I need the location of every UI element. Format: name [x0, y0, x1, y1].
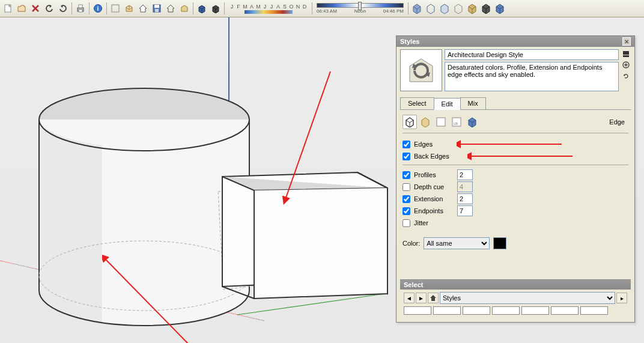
select-pane: Select ◄ ► Styles ▸ — [400, 279, 631, 318]
tab-strip: Select Edit Mix — [400, 97, 631, 110]
panel-title-text: Styles — [400, 38, 419, 45]
cube-view1-icon[interactable] — [410, 2, 424, 15]
select-pane-title: Select — [400, 280, 631, 290]
face-settings-icon[interactable] — [418, 115, 433, 129]
color-swatch[interactable] — [493, 237, 506, 249]
annotation-arrow-edges — [457, 140, 565, 148]
extension-checkbox[interactable] — [402, 195, 410, 203]
back-edges-checkbox[interactable] — [402, 153, 410, 160]
modeling-settings-icon[interactable] — [465, 115, 479, 129]
tab-select[interactable]: Select — [400, 97, 434, 109]
edge-settings-icon[interactable] — [402, 115, 417, 129]
svg-text:i: i — [97, 5, 99, 12]
endpoints-value[interactable] — [457, 205, 473, 216]
cube-view6-icon[interactable] — [479, 2, 493, 15]
thumb-slot[interactable] — [463, 306, 490, 315]
svg-rect-6 — [112, 5, 119, 12]
depthcue-checkbox[interactable] — [402, 183, 410, 191]
profiles-checkbox[interactable] — [402, 171, 410, 179]
background-settings-icon[interactable] — [434, 115, 448, 129]
thumb-slot[interactable] — [404, 306, 431, 315]
display-secondary-icon[interactable] — [621, 49, 631, 59]
style-description[interactable]: Desaturated colors. Profile, Extension a… — [445, 62, 619, 91]
print-icon[interactable] — [74, 2, 87, 15]
section-label: Edge — [609, 118, 628, 126]
edit-tab-content: ok Edge Edges Back Edges — [400, 110, 631, 252]
time-selector[interactable]: 06:43 AMNoon04:46 PM — [314, 3, 406, 14]
box2-icon[interactable] — [178, 2, 191, 15]
svg-rect-23 — [437, 118, 445, 126]
svg-text:ok: ok — [454, 121, 458, 126]
cube-view7-icon[interactable] — [493, 2, 506, 15]
home-box-icon[interactable] — [109, 2, 122, 15]
open-icon[interactable] — [15, 2, 28, 15]
cube-view2-icon[interactable] — [424, 2, 437, 15]
svg-rect-20 — [623, 51, 629, 55]
thumb-slot[interactable] — [433, 306, 461, 315]
back-edges-label: Back Edges — [414, 153, 451, 160]
cube-view4-icon[interactable] — [452, 2, 465, 15]
redo-icon[interactable] — [56, 2, 70, 15]
depthcue-value — [457, 181, 473, 192]
box-icon[interactable] — [123, 2, 136, 15]
svg-rect-2 — [79, 5, 82, 8]
file-icon[interactable] — [1, 2, 14, 15]
svg-rect-9 — [155, 9, 159, 12]
nav-forward-icon[interactable]: ► — [416, 293, 427, 303]
extension-label: Extension — [414, 195, 451, 202]
jitter-checkbox[interactable] — [402, 219, 410, 227]
style-name-input[interactable] — [445, 49, 619, 60]
nav-back-icon[interactable]: ◄ — [404, 293, 415, 303]
panel-titlebar[interactable]: Styles ✕ — [396, 36, 634, 47]
cube-view5-icon[interactable] — [466, 2, 479, 15]
thumb-slot[interactable] — [492, 306, 520, 315]
watermark-settings-icon[interactable]: ok — [449, 115, 464, 129]
cube-shade-icon[interactable] — [195, 2, 208, 15]
cube-dark-icon[interactable] — [209, 2, 222, 15]
svg-rect-8 — [154, 5, 159, 8]
profiles-value[interactable] — [457, 169, 473, 180]
close-icon[interactable]: ✕ — [622, 37, 631, 46]
create-new-style-icon[interactable] — [621, 60, 631, 70]
cube-view3-icon[interactable] — [438, 2, 451, 15]
undo-icon[interactable] — [43, 2, 56, 15]
style-thumbnail[interactable] — [400, 49, 442, 91]
depthcue-label: Depth cue — [414, 183, 451, 190]
details-icon[interactable]: ▸ — [616, 293, 627, 303]
endpoints-checkbox[interactable] — [402, 207, 410, 215]
tab-edit[interactable]: Edit — [434, 98, 461, 110]
main-toolbar: i JFMAMJJASOND 06:43 AMNoon04:46 PM — [0, 0, 644, 17]
color-label: Color: — [402, 240, 420, 247]
nav-home-icon[interactable] — [428, 293, 439, 303]
endpoints-label: Endpoints — [414, 207, 451, 214]
extension-value[interactable] — [457, 193, 473, 204]
house-icon[interactable] — [136, 2, 150, 15]
thumb-slot[interactable] — [551, 306, 579, 315]
color-mode-select[interactable]: All same — [424, 237, 490, 249]
path-select[interactable]: Styles — [440, 292, 615, 304]
styles-panel: Styles ✕ Desaturated colors. Profile, Ex… — [396, 35, 635, 323]
delete-icon[interactable] — [29, 2, 42, 15]
info-icon[interactable]: i — [91, 2, 105, 15]
profiles-label: Profiles — [414, 171, 451, 178]
svg-rect-21 — [623, 55, 629, 57]
save-icon[interactable] — [150, 2, 163, 15]
annotation-arrow-backedges — [467, 152, 576, 160]
svg-rect-3 — [79, 10, 82, 12]
house2-icon[interactable] — [164, 2, 177, 15]
edges-checkbox[interactable] — [402, 141, 410, 148]
thumb-slot[interactable] — [521, 306, 549, 315]
jitter-label: Jitter — [414, 219, 451, 226]
update-style-icon[interactable] — [621, 71, 631, 80]
edges-label: Edges — [414, 141, 451, 148]
month-selector[interactable]: JFMAMJJASOND — [226, 4, 310, 14]
tab-mix[interactable]: Mix — [460, 97, 486, 109]
thumb-slot[interactable] — [580, 306, 608, 315]
